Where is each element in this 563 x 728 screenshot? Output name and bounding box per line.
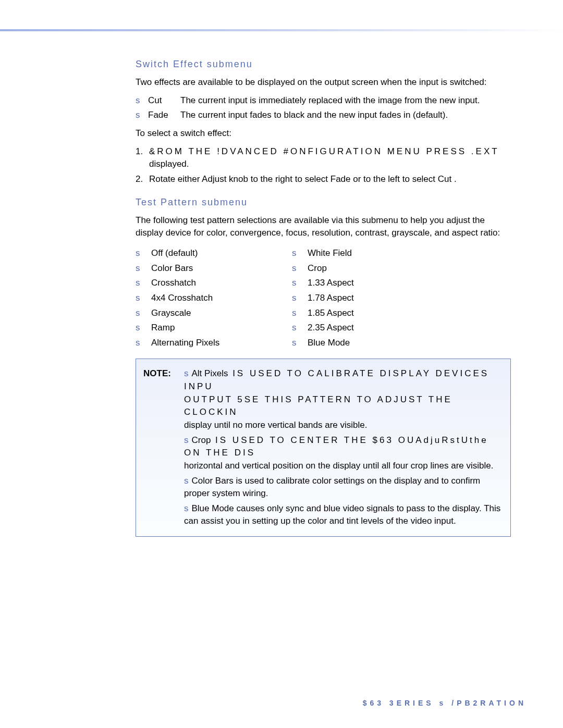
page-footer: $63 3ERIES s /PB2RATION [363, 698, 527, 708]
pattern-item: 4x4 Crosshatch [151, 292, 213, 305]
switch-effect-intro: Two effects are available to be displaye… [136, 76, 511, 89]
bullet-icon: s [136, 322, 148, 335]
bullet-icon: s [136, 277, 148, 290]
step-2: 2. Rotate either Adjust knob to the righ… [136, 173, 511, 186]
bullet-icon: s [292, 262, 304, 275]
step-1: 1. &ROM THE !DVANCED #ONFIGURATION MENU … [136, 145, 511, 171]
bullet-icon: s [292, 322, 304, 335]
bullet-icon: s [184, 503, 189, 513]
note-head: Blue Mode [192, 503, 234, 513]
note-tail: display until no more vertical bands are… [184, 420, 368, 430]
pattern-item: White Field [308, 247, 352, 260]
heading-switch-effect: Switch Effect submenu [136, 57, 511, 71]
pattern-item: Grayscale [151, 307, 191, 320]
step-body: &ROM THE !DVANCED #ONFIGURATION MENU PRE… [149, 145, 511, 171]
switch-effect-options: s Cut The current input is immediately r… [136, 94, 511, 122]
pattern-item: Blue Mode [308, 337, 350, 350]
switch-effect-lead: To select a switch effect: [136, 127, 511, 140]
bullet-icon: s [184, 476, 189, 486]
pattern-item: Color Bars [151, 262, 193, 275]
option-cut: s Cut The current input is immediately r… [136, 94, 511, 107]
option-desc: The current input fades to black and the… [180, 109, 511, 122]
pattern-item: 2.35 Aspect [308, 322, 354, 335]
test-pattern-intro: The following test pattern selections ar… [136, 214, 511, 240]
bullet-icon: s [136, 292, 148, 305]
note-caps: IS USED TO CENTER THE $63 OUAdjuRstUthe … [184, 435, 488, 458]
pattern-item: Crop [308, 262, 327, 275]
pattern-item: Off (default) [151, 247, 198, 260]
bullet-icon: s [292, 277, 304, 290]
bullet-icon: s [184, 368, 189, 378]
pattern-item: 1.78 Aspect [308, 292, 354, 305]
note-body: sBlue Mode causes only sync and blue vid… [184, 502, 503, 528]
pattern-item: Alternating Pixels [151, 337, 219, 350]
note-caps: IS USED TO CALIBRATE DISPLAY DEVICES INP… [184, 368, 489, 391]
bullet-icon: s [136, 337, 148, 350]
bullet-icon: s [292, 247, 304, 260]
option-term: Cut [148, 94, 180, 107]
note-head: Alt Pixels [192, 368, 228, 378]
bullet-icon: s [136, 262, 148, 275]
note-item-blue-mode: sBlue Mode causes only sync and blue vid… [143, 502, 503, 528]
note-head: Crop [192, 435, 211, 445]
bullet-icon: s [136, 307, 148, 320]
top-gradient-bar [0, 29, 563, 31]
bullet-icon: s [184, 435, 189, 445]
page-content: Switch Effect submenu Two effects are av… [136, 57, 511, 537]
bullet-icon: s [292, 292, 304, 305]
test-pattern-col1: sOff (default) sColor Bars sCrosshatch s… [136, 245, 292, 351]
note-tail: horizontal and vertical position on the … [184, 461, 493, 471]
bullet-icon: s [136, 247, 148, 260]
pattern-item: 1.85 Aspect [308, 307, 354, 320]
note-item-alt-pixels: NOTE: sAlt Pixels IS USED TO CALIBRATE D… [143, 367, 503, 431]
note-item-color-bars: sColor Bars is used to calibrate color s… [143, 475, 503, 500]
pattern-item: Crosshatch [151, 277, 196, 290]
bullet-icon: s [292, 307, 304, 320]
bullet-icon: s [136, 109, 148, 122]
step-line1: &ROM THE !DVANCED #ONFIGURATION MENU PRE… [149, 146, 499, 156]
test-pattern-col2: sWhite Field sCrop s1.33 Aspect s1.78 As… [292, 245, 448, 351]
pattern-item: 1.33 Aspect [308, 277, 354, 290]
step-number: 1. [136, 145, 149, 171]
note-head: Color Bars [192, 476, 234, 486]
switch-effect-steps: 1. &ROM THE !DVANCED #ONFIGURATION MENU … [136, 145, 511, 186]
option-fade: s Fade The current input fades to black … [136, 109, 511, 122]
test-pattern-columns: sOff (default) sColor Bars sCrosshatch s… [136, 245, 511, 351]
bullet-icon: s [292, 337, 304, 350]
option-desc: The current input is immediately replace… [180, 94, 511, 107]
note-body: sColor Bars is used to calibrate color s… [184, 475, 503, 500]
bullet-icon: s [136, 94, 148, 107]
step-line2: displayed. [149, 159, 189, 169]
note-box: NOTE: sAlt Pixels IS USED TO CALIBRATE D… [136, 359, 511, 537]
note-label: NOTE: [143, 367, 184, 431]
note-body: sAlt Pixels IS USED TO CALIBRATE DISPLAY… [184, 367, 503, 431]
note-body: sCrop IS USED TO CENTER THE $63 OUAdjuRs… [184, 434, 503, 473]
pattern-item: Ramp [151, 322, 175, 335]
step-body: Rotate either Adjust knob to the right t… [149, 173, 511, 186]
heading-test-pattern: Test Pattern submenu [136, 195, 511, 209]
step-number: 2. [136, 173, 149, 186]
note-item-crop: sCrop IS USED TO CENTER THE $63 OUAdjuRs… [143, 434, 503, 473]
option-term: Fade [148, 109, 180, 122]
note-caps: OUTPUT 5SE THIS PATTERN TO ADJUST THE CL… [184, 394, 452, 417]
